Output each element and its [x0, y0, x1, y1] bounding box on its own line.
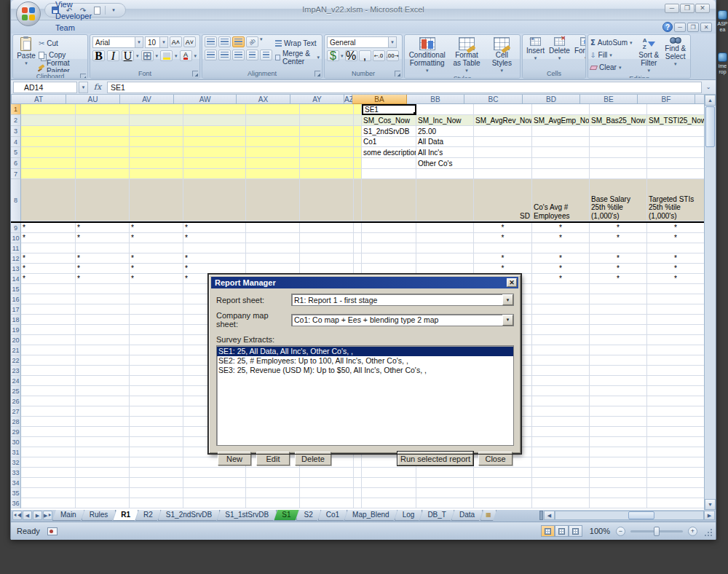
cell-be11[interactable] — [590, 243, 647, 253]
cell-ax4[interactable] — [246, 137, 300, 147]
cell-ax3[interactable] — [246, 126, 300, 137]
cell-ay11[interactable] — [300, 243, 354, 253]
cell-ay6[interactable] — [300, 158, 354, 169]
cell-az7[interactable] — [354, 169, 362, 179]
cell-ay10[interactable] — [300, 233, 354, 243]
cell-styles-button[interactable]: Cell Styles▾ — [487, 36, 516, 74]
cell-bb7[interactable] — [416, 169, 474, 179]
cell-bd11[interactable] — [532, 243, 590, 253]
cell-av13[interactable]: * — [130, 264, 183, 274]
cell-bf25[interactable] — [647, 386, 705, 396]
row-header-29[interactable]: 29 — [11, 427, 21, 437]
cell-bf33[interactable] — [647, 468, 705, 478]
row-header-23[interactable]: 23 — [11, 366, 21, 376]
cell-be3[interactable] — [590, 126, 647, 137]
cell-az35[interactable] — [354, 488, 362, 498]
row-header-33[interactable]: 33 — [11, 468, 21, 478]
cell-bd34[interactable] — [532, 478, 590, 488]
cell-bd1[interactable] — [532, 104, 590, 115]
cell-au32[interactable] — [76, 457, 130, 468]
cell-bd30[interactable] — [532, 437, 590, 447]
cell-at8[interactable] — [21, 179, 76, 221]
cell-az12[interactable] — [354, 253, 362, 264]
cell-at28[interactable] — [21, 417, 76, 427]
cell-bf4[interactable] — [647, 137, 705, 147]
sheet-tab-main[interactable]: Main — [52, 510, 84, 521]
cell-bf8[interactable]: Targeted STIs 25th %tile (1,000's) — [647, 179, 705, 221]
cell-be31[interactable] — [590, 447, 647, 457]
cell-bd32[interactable] — [532, 457, 590, 468]
cell-av6[interactable] — [130, 158, 183, 169]
font-family-select[interactable]: Arial▼ — [92, 36, 143, 48]
cell-bf22[interactable] — [647, 355, 705, 366]
restore-button[interactable]: ❐ — [680, 4, 695, 13]
cell-ay13[interactable] — [300, 264, 354, 274]
cell-av19[interactable] — [130, 325, 183, 335]
cell-be36[interactable] — [590, 498, 647, 508]
cell-be15[interactable] — [590, 284, 647, 294]
cell-be16[interactable] — [590, 294, 647, 304]
cell-av36[interactable] — [130, 498, 183, 508]
cell-bf14[interactable]: * — [647, 274, 705, 284]
row-header-27[interactable]: 27 — [11, 406, 21, 417]
cell-au15[interactable] — [76, 284, 130, 294]
cell-bb2[interactable]: SM_Inc_Now — [416, 115, 474, 126]
cell-ax11[interactable] — [246, 243, 300, 253]
cell-be12[interactable]: * — [590, 253, 647, 264]
cell-bb6[interactable]: Other Co's — [416, 158, 474, 169]
workbook-close-button[interactable]: ✕ — [700, 23, 712, 32]
cell-az9[interactable] — [354, 223, 362, 233]
cell-be8[interactable]: Base Salary 25th %tile (1,000's) — [590, 179, 647, 221]
cell-aw9[interactable]: * — [183, 223, 246, 233]
merge-center-button[interactable]: Merge & Center▾ — [275, 52, 320, 63]
row-header-20[interactable]: 20 — [11, 335, 21, 345]
cell-az10[interactable] — [354, 233, 362, 243]
scroll-up-icon[interactable]: ▲ — [705, 95, 716, 106]
cell-at30[interactable] — [21, 437, 76, 447]
cell-bd13[interactable]: * — [532, 264, 590, 274]
cell-bc1[interactable] — [474, 104, 532, 115]
cell-at15[interactable] — [21, 284, 76, 294]
cell-az8[interactable] — [354, 179, 362, 221]
cell-be24[interactable] — [590, 376, 647, 386]
column-header-au[interactable]: AU — [66, 95, 120, 104]
cell-bb13[interactable] — [416, 264, 474, 274]
cell-bc5[interactable] — [474, 147, 532, 158]
insert-function-button[interactable]: fx — [90, 82, 106, 92]
cell-be28[interactable] — [590, 417, 647, 427]
row-header-14[interactable]: 14 — [11, 274, 21, 284]
cell-bf13[interactable]: * — [647, 264, 705, 274]
alignment-dialog-launcher-icon[interactable] — [314, 71, 320, 76]
cell-at1[interactable] — [21, 104, 76, 115]
format-painter-button[interactable]: Format Painter — [39, 61, 85, 72]
orientation-button[interactable]: ab — [246, 36, 258, 47]
cell-ay7[interactable] — [300, 169, 354, 179]
cell-bf10[interactable]: * — [647, 233, 705, 243]
cell-bb36[interactable] — [416, 498, 474, 508]
insert-cells-button[interactable]: Insert▾ — [525, 36, 546, 69]
vertical-scrollbar[interactable]: ▲ ▼ — [704, 95, 716, 510]
cell-bc7[interactable] — [474, 169, 532, 179]
cell-aw11[interactable] — [183, 243, 246, 253]
cell-bb1[interactable] — [416, 104, 474, 115]
cell-bd27[interactable] — [532, 406, 590, 417]
macro-record-icon[interactable] — [47, 527, 58, 535]
row-header-11[interactable]: 11 — [11, 243, 21, 253]
cell-au36[interactable] — [76, 498, 130, 508]
cell-bb12[interactable] — [416, 253, 474, 264]
cell-bb9[interactable] — [416, 223, 474, 233]
cell-bd6[interactable] — [532, 158, 590, 169]
cell-bf27[interactable] — [647, 406, 705, 417]
cell-bc8[interactable]: SD — [474, 179, 532, 221]
cell-aw7[interactable] — [183, 169, 246, 179]
cell-ba5[interactable]: some description — [362, 147, 416, 158]
cell-bd29[interactable] — [532, 427, 590, 437]
cell-ay9[interactable] — [300, 223, 354, 233]
cell-av33[interactable] — [130, 468, 183, 478]
cell-av5[interactable] — [130, 147, 183, 158]
cell-av31[interactable] — [130, 447, 183, 457]
zoom-slider[interactable] — [630, 530, 683, 532]
cell-at4[interactable] — [21, 137, 76, 147]
resize-grip[interactable] — [703, 524, 713, 538]
cell-at19[interactable] — [21, 325, 76, 335]
